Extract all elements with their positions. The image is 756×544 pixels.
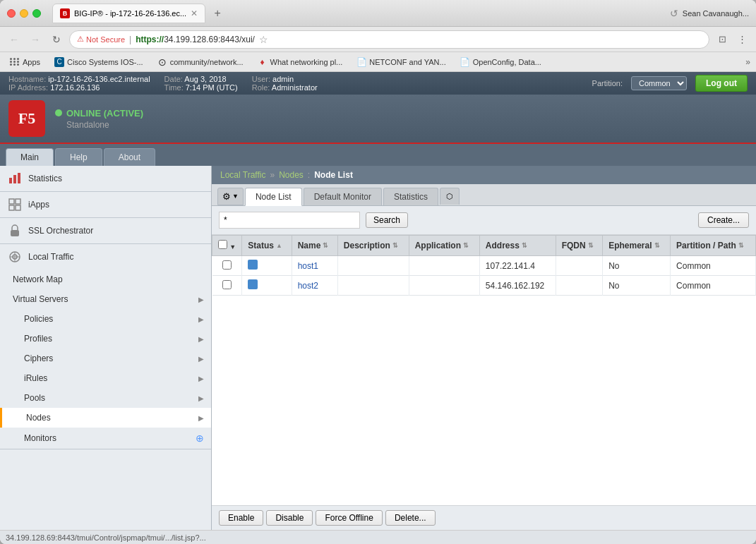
search-button[interactable]: Search — [366, 212, 408, 228]
expand-icon[interactable]: ⬡ — [440, 188, 460, 205]
sidebar-item-policies[interactable]: Policies ▶ — [0, 309, 211, 329]
minimize-button[interactable] — [20, 9, 28, 18]
iapps-label: iApps — [28, 200, 49, 210]
breadcrumb-local-traffic[interactable]: Local Traffic — [220, 170, 265, 180]
row1-application — [409, 256, 479, 276]
bookmark-community[interactable]: ⊙ community/network... — [153, 56, 248, 68]
select-dropdown-icon[interactable]: ▼ — [229, 243, 236, 250]
sidebar-item-ciphers[interactable]: Ciphers ▶ — [0, 349, 211, 368]
row1-checkbox-cell[interactable] — [212, 256, 242, 276]
sidebar-item-monitors[interactable]: Monitors ⊕ — [0, 428, 211, 449]
address-bar[interactable]: ⚠ Not Secure | https://34.199.128.69:844… — [69, 30, 709, 49]
new-tab-button[interactable]: + — [208, 4, 227, 23]
sidebar-item-local-traffic[interactable]: Local Traffic — [0, 244, 211, 270]
address-col-label: Address — [486, 241, 520, 250]
th-select-all[interactable]: ▼ — [212, 236, 242, 256]
chevron-right-icon: ▶ — [198, 315, 204, 323]
bookmark-cisco[interactable]: C Cisco Systems IOS-... — [50, 56, 148, 68]
ssl-section: SSL Orchestrator — [0, 218, 211, 244]
search-input[interactable] — [219, 212, 360, 229]
bookmark-star[interactable]: ☆ — [259, 34, 268, 45]
th-name[interactable]: Name ⇅ — [292, 236, 337, 256]
cisco-icon: C — [54, 57, 64, 67]
row1-name-link[interactable]: host1 — [298, 261, 318, 271]
f5-status: ONLINE (ACTIVE) Standalone — [55, 108, 143, 130]
monitors-label: Monitors — [24, 433, 56, 443]
ip-label: IP Address: — [8, 83, 48, 92]
tab-close-button[interactable]: ✕ — [191, 8, 198, 18]
application-col-label: Application — [415, 241, 461, 250]
bookmark-netconf[interactable]: 📄 NETCONF and YAN... — [352, 56, 450, 68]
tab-default-monitor[interactable]: Default Monitor — [304, 188, 382, 205]
create-button[interactable]: Create... — [698, 212, 749, 228]
tab-main[interactable]: Main — [6, 148, 54, 166]
th-status[interactable]: Status ▲ — [242, 236, 292, 256]
settings-gear[interactable]: ⚙ ▼ — [217, 188, 244, 205]
tab-node-list[interactable]: Node List — [245, 188, 302, 206]
breadcrumb-nodes[interactable]: Nodes — [279, 170, 304, 180]
partition-select[interactable]: Common — [631, 76, 687, 90]
th-address[interactable]: Address ⇅ — [479, 236, 556, 256]
bookmark-openconfig[interactable]: 📄 OpenConfig, Data... — [456, 56, 546, 68]
row2-checkbox[interactable] — [222, 280, 232, 289]
row1-name: host1 — [292, 256, 337, 276]
sidebar-item-pools[interactable]: Pools ▶ — [0, 388, 211, 408]
ciphers-label: Ciphers — [24, 353, 53, 363]
extensions-button[interactable]: ⊡ — [714, 31, 731, 48]
add-monitor-icon[interactable]: ⊕ — [196, 433, 204, 444]
ssl-label: SSL Orchestrator — [28, 226, 93, 236]
status-bar: 34.199.128.69:8443/tmui/Control/jspmap/t… — [0, 530, 756, 544]
th-ephemeral[interactable]: Ephemeral ⇅ — [603, 236, 671, 256]
th-fqdn[interactable]: FQDN ⇅ — [556, 236, 603, 256]
doc-icon: 📄 — [356, 57, 366, 67]
sort-arrows-eph: ⇅ — [654, 242, 660, 249]
row1-checkbox[interactable] — [222, 260, 232, 270]
refresh-button[interactable]: ↻ — [48, 31, 65, 48]
th-description[interactable]: Description ⇅ — [337, 236, 409, 256]
sidebar-item-ssl-orchestrator[interactable]: SSL Orchestrator — [0, 218, 211, 243]
sidebar-item-iapps[interactable]: iApps — [0, 192, 211, 217]
chevron-right-icon: ▶ — [198, 335, 204, 343]
enable-button[interactable]: Enable — [219, 510, 263, 526]
svg-rect-5 — [9, 205, 14, 210]
tab-help[interactable]: Help — [55, 148, 102, 166]
force-offline-button[interactable]: Force Offline — [316, 510, 382, 526]
svg-rect-2 — [18, 173, 20, 183]
tab-about[interactable]: About — [104, 148, 155, 166]
sidebar-item-virtual-servers[interactable]: Virtual Servers ▶ — [0, 289, 211, 309]
row2-status — [242, 276, 292, 296]
maximize-button[interactable] — [32, 9, 41, 18]
bookmark-networking[interactable]: ♦ What networking pl... — [253, 56, 347, 68]
name-col-label: Name — [298, 241, 321, 250]
logout-button[interactable]: Log out — [695, 75, 748, 92]
forward-button[interactable]: → — [27, 31, 44, 48]
sidebar-item-irules[interactable]: iRules ▶ — [0, 368, 211, 388]
statistics-label: Statistics — [28, 174, 62, 183]
row2-name-link[interactable]: host2 — [298, 281, 318, 291]
row1-ephemeral: No — [603, 256, 671, 276]
bookmarks-more[interactable]: » — [745, 57, 750, 67]
select-all-checkbox[interactable] — [218, 240, 227, 249]
row1-address: 107.22.141.4 — [479, 256, 556, 276]
close-button[interactable] — [7, 9, 16, 18]
back-button[interactable]: ← — [6, 31, 23, 48]
sidebar-item-nodes[interactable]: Nodes ▶ — [0, 408, 211, 428]
sidebar-item-statistics[interactable]: Statistics — [0, 166, 211, 191]
browser-tab[interactable]: B BIG-IP® - ip-172-16-26-136.ec... ✕ — [52, 4, 205, 23]
sidebar-item-network-map[interactable]: Network Map — [0, 270, 211, 289]
virtual-servers-label: Virtual Servers — [13, 294, 68, 304]
row2-checkbox-cell[interactable] — [212, 276, 242, 296]
th-application[interactable]: Application ⇅ — [409, 236, 479, 256]
tab-statistics[interactable]: Statistics — [383, 188, 438, 205]
role-value: Administrator — [272, 83, 318, 92]
th-partition-path[interactable]: Partition / Path ⇅ — [671, 236, 756, 256]
disable-button[interactable]: Disable — [266, 510, 313, 526]
sidebar-item-profiles[interactable]: Profiles ▶ — [0, 329, 211, 349]
bookmark-apps[interactable]: Apps — [6, 56, 44, 68]
delete-button[interactable]: Delete... — [385, 510, 436, 526]
lock-icon — [7, 223, 23, 238]
menu-button[interactable]: ⋮ — [733, 31, 750, 48]
local-traffic-label: Local Traffic — [28, 252, 73, 262]
f5-topbar-right: Partition: Common Log out — [592, 75, 748, 92]
chevron-right-icon: ▶ — [198, 296, 204, 303]
